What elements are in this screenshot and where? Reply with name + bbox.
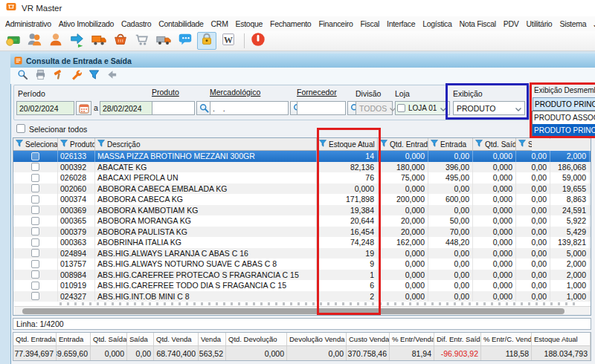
select-all-checkbox[interactable] [16, 124, 25, 133]
total-header-qtd-venda: Qtd. Venda [154, 333, 199, 346]
menu-item-ativo-imobilizado[interactable]: Ativo Imobilizado [55, 18, 118, 30]
toolbar-button-money[interactable] [3, 32, 22, 50]
periodo-from-input[interactable] [16, 101, 74, 115]
column-header-estoque-atual[interactable]: Estoque Atual [317, 138, 378, 150]
loja-select[interactable]: LOJA 01 [395, 101, 450, 115]
dropdown-option-produto-associado[interactable]: PRODUTO ASSOCIADO [533, 111, 595, 124]
cell-saida: 0,00 [516, 205, 550, 216]
toolbar-button-transfer[interactable] [68, 32, 87, 50]
divisao-select[interactable]: TODOS [356, 101, 393, 115]
mercadologico-input[interactable] [210, 101, 289, 115]
row-checkbox[interactable] [31, 152, 39, 160]
table-row[interactable]: 024327ABS.HIG.INT.OB MINI C 820,0000,000… [13, 291, 591, 302]
column-header-qtd-saida[interactable]: Qtd. Saída [473, 138, 516, 150]
toolbar-button-customer[interactable] [46, 32, 65, 50]
row-checkbox[interactable] [31, 270, 39, 279]
column-header-qtd-entrada[interactable]: Qtd. Entrada [378, 138, 428, 150]
row-checkbox[interactable] [31, 238, 39, 247]
table-row[interactable]: 000374ABOBORA CABECA KG171,898200,000600… [13, 194, 591, 205]
toolbar-button-truck[interactable] [89, 32, 109, 50]
periodo-to-input[interactable] [100, 101, 158, 115]
menu-item-janela[interactable]: Janela [590, 18, 595, 30]
loja-checkbox[interactable] [397, 104, 405, 112]
column-header-entrada[interactable]: Entrada [428, 138, 473, 150]
toolbar-button-basket[interactable] [111, 32, 130, 50]
exibicao-desmembramento-value: PRODUTO PRINCIPAL [535, 100, 595, 108]
exibicao-select[interactable]: PRODUTO [453, 101, 525, 115]
total-header-estoque-atual: Estoque Atual [532, 333, 591, 346]
table-row[interactable]: 024894ABS.HIG.ALWAYS LARANJA C ABAS C 16… [13, 248, 591, 259]
table-row[interactable]: 000392ABACATE KG82,136180,000396,000,000… [13, 162, 591, 173]
menu-item-utilitario[interactable]: Utilitário [522, 18, 556, 30]
column-header-produto[interactable]: Produto [58, 138, 95, 150]
row-checkbox[interactable] [31, 174, 39, 182]
total-value-qtd-venda: 68.740,400 [154, 346, 199, 360]
menu-item-contabilidade[interactable]: Contabilidade [155, 18, 207, 30]
toolbar-button-lock[interactable] [197, 32, 216, 50]
table-row[interactable]: 000363ABOBRINHA ITALIA KG74,248162,00044… [13, 237, 591, 248]
child-toolbar-button-search[interactable] [15, 69, 30, 83]
loja-value: LOJA 01 [408, 104, 437, 112]
menu-item-estoque[interactable]: Estoque [232, 18, 266, 30]
row-checkbox[interactable] [31, 195, 39, 204]
child-toolbar-button-filter[interactable] [86, 69, 101, 83]
table-row[interactable]: 013757ABS.HIG.ALWAYS NOTURNO SUAVE C ABA… [13, 259, 591, 270]
child-toolbar-button-hammer[interactable] [51, 69, 65, 83]
row-checkbox[interactable] [31, 260, 39, 268]
row-checkbox[interactable] [31, 217, 39, 225]
produto-label[interactable]: Produto [152, 88, 179, 97]
toolbar-button-exit[interactable] [248, 32, 268, 50]
table-row[interactable]: 026028ABACAXI PEROLA UN7675,000495,000,0… [13, 172, 591, 183]
row-checkbox[interactable] [31, 184, 39, 192]
row-checkbox[interactable] [31, 282, 39, 290]
toolbar-button-customers[interactable] [25, 32, 44, 50]
row-checkbox[interactable] [31, 292, 39, 300]
cell-estoque_atual: 6 [317, 280, 378, 291]
table-row[interactable]: 026133MASSA PIZZA BROTINHO MEZZANI 300GR… [13, 151, 591, 162]
menu-item-fechamento[interactable]: Fechamento [266, 18, 315, 30]
produto-input[interactable] [152, 101, 195, 115]
menu-item-pdv[interactable]: PDV [500, 18, 523, 30]
menu-item-logistica[interactable]: Logística [419, 18, 455, 30]
column-header-selecionado[interactable]: Selecionado [13, 138, 58, 150]
cell-extra: 2,000 [550, 259, 590, 270]
row-checkbox[interactable] [31, 227, 39, 235]
table-row[interactable]: 002060ABOBORA CABECA EMBALADA KG0,0000,0… [13, 183, 591, 195]
child-toolbar-button-print[interactable] [33, 69, 48, 83]
child-window-titlebar[interactable]: Consulta de Entrada e Saída [10, 53, 595, 68]
menu-item-sistema[interactable]: Sistema [556, 18, 590, 30]
child-toolbar-button-wrench[interactable] [68, 69, 83, 83]
fornecedor-input[interactable] [297, 101, 346, 115]
menu-item-crm[interactable]: CRM [208, 18, 232, 30]
table-row[interactable]: 000365ABOBORA MORANGA KG20,64420,00050,0… [13, 215, 591, 227]
table-row[interactable]: 010919ABS.HIG.CAREFREE TODO DIA S FRAGAN… [13, 280, 591, 291]
horizontal-scrollbar[interactable] [14, 306, 591, 315]
child-toolbar-button-back[interactable] [104, 69, 119, 83]
mercadologico-label[interactable]: Mercadológico [210, 88, 260, 97]
table-row[interactable]: 000369ABOBORA KAMBOTIAM KG19,3840,0000,0… [13, 205, 591, 216]
total-value-saida: 0,00 [127, 346, 154, 360]
toolbar-button-delivery[interactable] [154, 32, 173, 50]
menu-item-administrativo[interactable]: Administrativo [1, 18, 55, 30]
row-checkbox[interactable] [31, 206, 39, 214]
totals-header-row: Qtd. EntradaEntradaQtd. SaídaSaídaQtd. V… [13, 333, 591, 346]
dropdown-option-produto-principal[interactable]: PRODUTO PRINCIPAL [533, 124, 595, 137]
exibicao-desmembramento-select[interactable]: PRODUTO PRINCIPAL [533, 97, 595, 111]
menu-item-fiscal[interactable]: Fiscal [356, 18, 383, 30]
column-header-descricao[interactable]: Descrição [95, 138, 317, 150]
menu-item-nota-fiscal[interactable]: Nota Fiscal [456, 18, 500, 30]
menu-item-financeiro[interactable]: Financeiro [315, 18, 356, 30]
toolbar-button-chat[interactable] [176, 32, 195, 50]
row-checkbox[interactable] [31, 249, 39, 257]
periodo-from-calendar-button[interactable] [76, 101, 91, 115]
cell-qtd_saida: 0,000 [473, 270, 516, 281]
table-row[interactable]: 008984ABS.HIG.CAREFREE PROTECAO S FRAGRA… [13, 270, 591, 281]
toolbar-button-cart[interactable] [132, 32, 152, 50]
menu-item-cadastro[interactable]: Cadastro [118, 18, 155, 30]
toolbar-button-word[interactable]: W [219, 32, 238, 50]
horizontal-scrollbar-thumb[interactable] [22, 308, 565, 314]
table-row[interactable]: 000379ABOBORA PAULISTA KG16,45420,00070,… [13, 227, 591, 238]
row-checkbox[interactable] [31, 163, 39, 171]
fornecedor-label[interactable]: Fornecedor [297, 88, 337, 97]
menu-item-interface[interactable]: Interface [383, 18, 419, 30]
